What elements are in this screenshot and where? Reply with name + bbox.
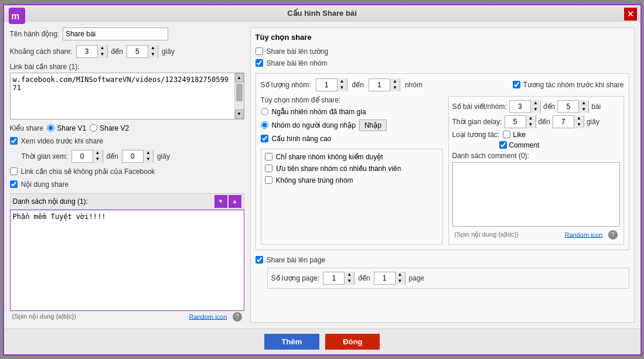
so-luong-to-down[interactable]: ▼ bbox=[390, 85, 400, 91]
page-from-spinner[interactable]: ▲ ▼ bbox=[323, 272, 355, 285]
thoi-gian-from-spinner[interactable]: ▲ ▼ bbox=[71, 150, 103, 163]
den-label-4: đến bbox=[543, 102, 555, 111]
share-v1-radio[interactable] bbox=[47, 124, 54, 132]
delay-from-down[interactable]: ▼ bbox=[526, 122, 536, 128]
like-checkbox[interactable] bbox=[503, 131, 510, 138]
page-from-down[interactable]: ▼ bbox=[345, 278, 354, 285]
so-luong-to-spinner[interactable]: ▲ ▼ bbox=[369, 78, 400, 91]
right-panel: Tùy chọn share Share bài lên tường Share… bbox=[250, 28, 635, 323]
thoi-gian-from-down[interactable]: ▼ bbox=[93, 156, 103, 163]
thoi-gian-from-input[interactable] bbox=[72, 151, 93, 162]
comment-textarea[interactable] bbox=[452, 162, 620, 227]
comment-option[interactable]: Comment bbox=[499, 141, 540, 149]
share-v2-option[interactable]: Share V2 bbox=[90, 124, 129, 132]
thoi-gian-to-up[interactable]: ▲ bbox=[144, 150, 153, 156]
so-luong-from-spinner[interactable]: ▲ ▼ bbox=[316, 78, 347, 91]
link-khong-phai-row: Link cần chia sẻ không phải của Facebook bbox=[10, 167, 244, 176]
up-btn[interactable]: ▲ bbox=[229, 195, 241, 208]
so-bai-from-down[interactable]: ▼ bbox=[531, 107, 540, 113]
ngau-nhien-radio[interactable] bbox=[261, 108, 268, 115]
page-from-up[interactable]: ▲ bbox=[345, 272, 354, 278]
khong-share-checkbox[interactable] bbox=[265, 176, 272, 184]
khoang-cach-to-up[interactable]: ▲ bbox=[148, 45, 158, 52]
share-page-row: Share bài lên page bbox=[255, 256, 629, 264]
danh-sach-comment-label: Danh sách comment (0): bbox=[452, 152, 529, 160]
like-option[interactable]: Like bbox=[503, 131, 526, 139]
delay-from-input[interactable] bbox=[505, 116, 526, 128]
khoang-cach-from-down[interactable]: ▼ bbox=[98, 52, 107, 58]
comment-checkbox[interactable] bbox=[499, 141, 507, 149]
scroll-up-arrow[interactable]: ▲ bbox=[235, 73, 244, 83]
thoi-gian-to-down[interactable]: ▼ bbox=[144, 156, 153, 163]
nhom-nguoi-dung-radio[interactable] bbox=[261, 121, 268, 129]
delay-from-up[interactable]: ▲ bbox=[526, 115, 536, 122]
delay-to-spinner[interactable]: ▲ ▼ bbox=[553, 115, 584, 128]
so-bai-from-spinner[interactable]: ▲ ▼ bbox=[509, 100, 541, 113]
so-luong-from-down[interactable]: ▼ bbox=[338, 85, 347, 91]
spin-hint-text: (Spin nội dung {a|b|c}) bbox=[12, 313, 76, 320]
so-bai-to-input[interactable] bbox=[558, 101, 578, 112]
xem-video-checkbox[interactable] bbox=[10, 137, 18, 145]
tuong-tac-checkbox[interactable] bbox=[513, 81, 520, 88]
khoang-cach-from-spinner[interactable]: ▲ ▼ bbox=[76, 45, 108, 58]
ten-hanh-dong-input[interactable] bbox=[63, 28, 168, 40]
link-scrollbar[interactable]: ▲ ▼ bbox=[234, 73, 244, 119]
nhap-button[interactable]: Nhập bbox=[359, 119, 387, 131]
den-label-3: đến bbox=[352, 81, 364, 89]
content-section: Danh sách nội dung (1): ▼ ▲ Phần mềm Tuy… bbox=[10, 193, 244, 323]
link-khong-phai-checkbox[interactable] bbox=[10, 167, 18, 175]
share-tuong-checkbox[interactable] bbox=[255, 47, 263, 55]
nang-cao-checkbox[interactable] bbox=[261, 135, 268, 142]
delay-to-input[interactable] bbox=[553, 116, 574, 128]
scroll-thumb[interactable] bbox=[236, 84, 243, 101]
khoang-cach-to-spinner[interactable]: ▲ ▼ bbox=[127, 45, 158, 58]
so-bai-to-down[interactable]: ▼ bbox=[579, 107, 588, 113]
so-luong-to-up[interactable]: ▲ bbox=[390, 78, 400, 85]
khoang-cach-from-input[interactable] bbox=[77, 46, 97, 57]
so-luong-from-input[interactable] bbox=[316, 79, 337, 91]
page-to-spinner[interactable]: ▲ ▼ bbox=[374, 272, 406, 285]
share-v2-radio[interactable] bbox=[90, 124, 97, 132]
share-page-checkbox[interactable] bbox=[255, 256, 263, 264]
page-to-down[interactable]: ▼ bbox=[396, 278, 405, 285]
so-bai-from-up[interactable]: ▲ bbox=[531, 100, 540, 107]
page-to-input[interactable] bbox=[374, 272, 395, 284]
uu-tien-row: Ưu tiên share nhóm có nhiều thành viên bbox=[265, 165, 438, 173]
khong-share-label: Không share trùng nhóm bbox=[276, 176, 353, 184]
thoi-gian-to-input[interactable] bbox=[122, 151, 143, 162]
kieu-share-row: Kiểu share Share V1 Share V2 bbox=[10, 124, 244, 132]
question-mark[interactable]: ? bbox=[233, 312, 242, 322]
so-bai-to-up[interactable]: ▲ bbox=[579, 100, 588, 107]
share-nhom-checkbox[interactable] bbox=[255, 59, 263, 67]
delay-to-down[interactable]: ▼ bbox=[574, 122, 584, 128]
so-bai-from-input[interactable] bbox=[510, 101, 530, 112]
khoang-cach-from-up[interactable]: ▲ bbox=[98, 45, 107, 52]
link-textarea[interactable]: w.facebook.com/MINSoftwareVN/videos/1232… bbox=[11, 73, 234, 119]
dong-button[interactable]: Đóng bbox=[325, 334, 380, 350]
so-luong-from-up[interactable]: ▲ bbox=[338, 78, 347, 85]
khoang-cach-to-input[interactable] bbox=[127, 46, 148, 57]
thoi-gian-from-up[interactable]: ▲ bbox=[93, 150, 103, 156]
share-nhom-group: Số lượng nhóm: ▲ ▼ đến ▲ ▼ bbox=[255, 73, 629, 250]
content-textarea[interactable]: Phần mềm Tuyệt vời!!!! bbox=[11, 210, 244, 310]
so-luong-to-input[interactable] bbox=[369, 79, 390, 91]
page-from-input[interactable] bbox=[323, 272, 344, 284]
so-bai-to-spinner[interactable]: ▲ ▼ bbox=[557, 100, 589, 113]
thoi-gian-to-spinner[interactable]: ▲ ▼ bbox=[122, 150, 154, 163]
scroll-down-arrow[interactable]: ▼ bbox=[235, 110, 244, 119]
page-to-up[interactable]: ▲ bbox=[396, 272, 405, 278]
modal-header: m Cấu hình Share bài ✕ bbox=[4, 5, 640, 22]
dropdown-btn[interactable]: ▼ bbox=[214, 195, 227, 208]
uu-tien-checkbox[interactable] bbox=[265, 165, 272, 172]
khoang-cach-to-down[interactable]: ▼ bbox=[148, 52, 158, 58]
delay-from-spinner[interactable]: ▲ ▼ bbox=[505, 115, 536, 128]
delay-to-up[interactable]: ▲ bbox=[574, 115, 584, 122]
them-button[interactable]: Thêm bbox=[264, 334, 320, 350]
close-button[interactable]: ✕ bbox=[624, 8, 637, 20]
noi-dung-checkbox[interactable] bbox=[10, 180, 18, 188]
chi-share-checkbox[interactable] bbox=[265, 153, 272, 160]
share-v1-option[interactable]: Share V1 bbox=[47, 124, 86, 132]
random-icon-link-2[interactable]: Random icon bbox=[565, 231, 603, 238]
random-icon-link[interactable]: Random icon bbox=[189, 313, 227, 320]
question-mark-2[interactable]: ? bbox=[608, 230, 618, 240]
